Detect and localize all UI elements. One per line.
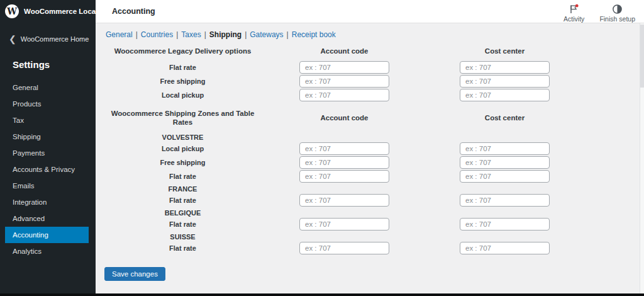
accounting-shipping-table: Woocommerce Legacy Delivery optionsAccou…	[106, 47, 634, 254]
settings-nav: GeneralProductsTaxShippingPaymentsAccoun…	[0, 79, 96, 259]
shipping-method-row: Free shipping	[106, 156, 634, 169]
shipping-method-row: Local pickup	[106, 89, 634, 101]
zone-row: VOLVESTRE	[106, 132, 634, 142]
app-window: W WooCommerce Local ❮ WooCommerce Home S…	[0, 0, 644, 296]
account-code-cell	[299, 89, 389, 101]
sidebar: W WooCommerce Local ❮ WooCommerce Home S…	[0, 0, 96, 296]
zone-label: SUISSE	[106, 232, 260, 242]
account-code-input[interactable]	[299, 61, 389, 74]
tab-taxes[interactable]: Taxes	[181, 30, 201, 39]
account-code-input[interactable]	[299, 89, 389, 101]
cost-center-cell	[460, 61, 550, 74]
zone-row: BELGIQUE	[106, 208, 634, 218]
tab-receipt-book[interactable]: Receipt book	[292, 30, 336, 39]
shipping-method-label: Flat rate	[106, 244, 260, 252]
site-name-header[interactable]: W WooCommerce Local	[0, 0, 96, 23]
site-name: WooCommerce Local	[24, 8, 97, 15]
sidebar-item-payments[interactable]: Payments	[5, 145, 89, 161]
sidebar-item-general[interactable]: General	[5, 79, 89, 96]
page-title: Accounting	[112, 7, 155, 16]
account-code-input[interactable]	[299, 75, 389, 88]
account-code-input[interactable]	[299, 218, 389, 231]
tab-countries[interactable]: Countries	[141, 30, 173, 39]
account-code-input[interactable]	[299, 142, 389, 155]
tab-gateways[interactable]: Gateways	[250, 30, 283, 39]
tab-separator: |	[136, 30, 138, 39]
sidebar-item-shipping[interactable]: Shipping	[5, 128, 89, 145]
shipping-method-label: Flat rate	[106, 64, 260, 71]
scrollbar-thumb[interactable]	[640, 25, 644, 88]
cost-center-input[interactable]	[460, 242, 550, 254]
sidebar-item-emails[interactable]: Emails	[5, 178, 89, 194]
account-code-input[interactable]	[299, 194, 389, 207]
shipping-method-label: Flat rate	[106, 196, 260, 204]
settings-heading: Settings	[13, 59, 96, 70]
account-code-cell	[299, 242, 389, 254]
column-header-account-code: Account code	[299, 113, 389, 122]
activity-label: Activity	[564, 15, 584, 23]
chevron-left-icon: ❮	[9, 36, 16, 42]
account-code-input[interactable]	[299, 242, 389, 254]
column-header-cost-center: Cost center	[460, 113, 550, 122]
tab-separator: |	[204, 30, 206, 39]
account-code-cell	[299, 156, 389, 169]
cost-center-cell	[460, 142, 550, 155]
cost-center-input[interactable]	[460, 194, 550, 207]
cost-center-cell	[460, 170, 550, 183]
cost-center-input[interactable]	[460, 61, 550, 74]
sidebar-item-accounts-privacy[interactable]: Accounts & Privacy	[5, 161, 89, 178]
flag-icon	[569, 4, 579, 14]
shipping-method-row: Flat rate	[106, 170, 634, 183]
account-code-input[interactable]	[299, 170, 389, 183]
column-header-cost-center: Cost center	[460, 47, 550, 55]
cost-center-input[interactable]	[460, 218, 550, 231]
shipping-method-label: Flat rate	[106, 220, 260, 228]
cost-center-input[interactable]	[460, 142, 550, 155]
cost-center-input[interactable]	[460, 170, 550, 183]
column-header-account-code: Account code	[299, 47, 389, 55]
scrollbar[interactable]	[640, 23, 644, 296]
finish-setup-button[interactable]: Finish setup	[599, 4, 635, 23]
tab-shipping[interactable]: Shipping	[209, 30, 242, 39]
finish-setup-label: Finish setup	[599, 15, 635, 23]
section-header-row: Woocommerce Shipping Zones and Table Rat…	[106, 109, 634, 127]
cost-center-input[interactable]	[460, 89, 550, 101]
account-code-cell	[299, 142, 389, 155]
sidebar-item-woocommerce-home[interactable]: ❮ WooCommerce Home	[0, 35, 96, 43]
back-link-label: WooCommerce Home	[21, 35, 89, 43]
main-area: Accounting Activity	[96, 0, 644, 296]
zone-label: BELGIQUE	[106, 208, 260, 218]
sidebar-item-integration[interactable]: Integration	[5, 194, 89, 210]
activity-button[interactable]: Activity	[564, 4, 584, 23]
shipping-method-row: Free shipping	[106, 75, 634, 88]
section-header-row: Woocommerce Legacy Delivery optionsAccou…	[106, 47, 634, 55]
tab-separator: |	[245, 30, 247, 39]
save-changes-button[interactable]: Save changes	[104, 267, 165, 281]
sidebar-item-products[interactable]: Products	[5, 96, 89, 112]
cost-center-input[interactable]	[460, 75, 550, 88]
shipping-method-row: Flat rate	[106, 242, 634, 254]
shipping-method-label: Local pickup	[106, 145, 260, 152]
sidebar-item-accounting[interactable]: Accounting	[5, 227, 89, 243]
sidebar-item-advanced[interactable]: Advanced	[5, 210, 89, 227]
topbar-actions: Activity Finish setup	[564, 4, 635, 23]
wordpress-logo-icon: W	[5, 4, 19, 18]
account-code-cell	[299, 218, 389, 231]
tab-separator: |	[176, 30, 178, 39]
window-bottom-edge	[0, 293, 644, 296]
shipping-method-row: Flat rate	[106, 61, 634, 74]
section-title: Woocommerce Shipping Zones and Table Rat…	[106, 109, 260, 127]
account-code-input[interactable]	[299, 156, 389, 169]
cost-center-cell	[460, 75, 550, 88]
account-code-cell	[299, 75, 389, 88]
section-title: Woocommerce Legacy Delivery options	[106, 47, 260, 55]
cost-center-cell	[460, 89, 550, 101]
zone-label: FRANCE	[106, 184, 260, 194]
shipping-method-row: Local pickup	[106, 142, 634, 155]
sidebar-item-analytics[interactable]: Analytics	[5, 243, 89, 259]
account-code-cell	[299, 194, 389, 207]
sidebar-item-tax[interactable]: Tax	[5, 112, 89, 128]
cost-center-input[interactable]	[460, 156, 550, 169]
tab-general[interactable]: General	[106, 30, 133, 39]
zone-label: VOLVESTRE	[106, 132, 260, 142]
